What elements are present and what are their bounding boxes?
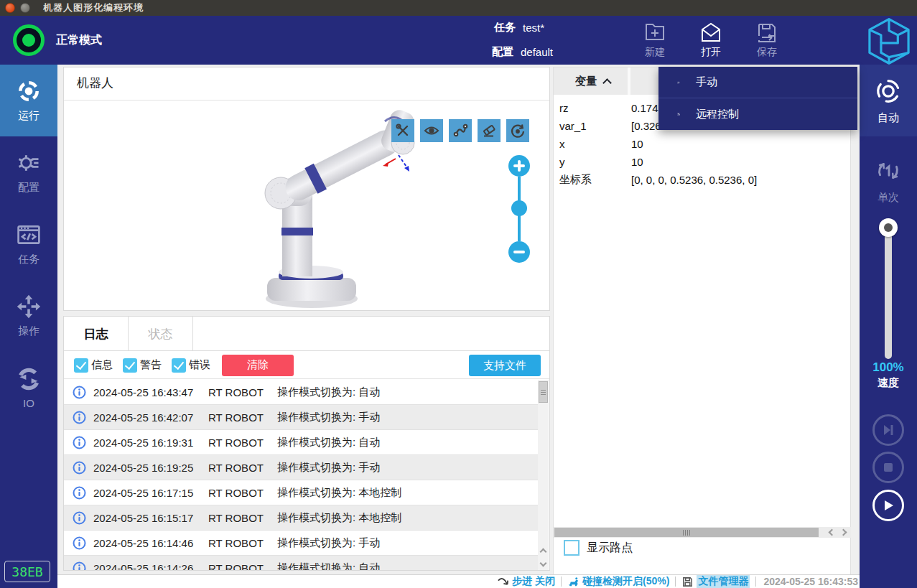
scroll-right-icon[interactable] — [838, 527, 851, 538]
scroll-up-icon[interactable] — [538, 543, 549, 557]
header-action-保存[interactable]: 保存 — [744, 17, 790, 63]
remote-control-icon — [658, 103, 680, 125]
variable-row[interactable]: 坐标系[0, 0, 0, 0.5236, 0.5236, 0] — [554, 171, 850, 189]
log-message: 操作模式切换为: 手动 — [277, 461, 380, 475]
log-row[interactable]: 2024-05-25 16:42:07RT ROBOT操作模式切换为: 手动 — [64, 405, 538, 430]
variable-value: [0.326 — [631, 120, 661, 132]
filter-label: 信息 — [91, 358, 113, 372]
log-source: RT ROBOT — [208, 487, 274, 499]
config-field[interactable]: 配置 default — [492, 45, 553, 59]
view-tool-rotate[interactable] — [506, 119, 529, 142]
single-cycle-button[interactable]: 单次 — [860, 148, 917, 213]
menu-item-label: 手动 — [696, 75, 717, 89]
log-source: RT ROBOT — [208, 512, 274, 524]
show-waypoints-label: 显示路点 — [587, 541, 633, 556]
log-scrollbar[interactable] — [538, 380, 549, 543]
tab-状态[interactable]: 状态 — [129, 317, 193, 351]
log-row[interactable]: 2024-05-25 16:43:47RT ROBOT操作模式切换为: 自动 — [64, 380, 538, 405]
view-tool-path[interactable] — [449, 119, 472, 142]
log-message: 操作模式切换为: 自动 — [277, 386, 380, 399]
speed-slider-handle[interactable] — [879, 218, 898, 237]
sidebar-item-配置[interactable]: 配置 — [0, 136, 57, 208]
variable-row[interactable]: x10 — [554, 135, 850, 153]
variables-hscrollbar[interactable] — [554, 527, 850, 538]
view-zoom-slider-handle[interactable] — [511, 200, 527, 216]
filter-checkbox-警告[interactable] — [123, 358, 137, 373]
zoom-in-button[interactable] — [508, 155, 530, 177]
info-icon — [73, 486, 86, 500]
show-waypoints-checkbox[interactable] — [564, 540, 579, 556]
skip-icon — [881, 423, 895, 437]
play-button[interactable] — [872, 490, 904, 521]
scroll-down-icon[interactable] — [538, 557, 549, 571]
tab-日志[interactable]: 日志 — [64, 317, 129, 351]
variable-name: rz — [559, 102, 631, 114]
stop-icon — [881, 460, 895, 475]
run-icon — [16, 78, 42, 104]
speed-slider-track[interactable] — [885, 224, 892, 359]
settings-gear-icon — [16, 150, 42, 176]
skip-button[interactable] — [872, 414, 904, 446]
support-files-button[interactable]: 支持文件 — [469, 355, 541, 376]
menu-item-手动[interactable]: 手动 — [658, 67, 857, 98]
stop-button[interactable] — [872, 452, 904, 483]
speed-value: 100% — [860, 360, 917, 375]
log-source: RT ROBOT — [208, 386, 274, 398]
zoom-out-button[interactable] — [508, 241, 530, 263]
log-time: 2024-05-25 16:43:47 — [93, 386, 208, 398]
close-icon[interactable] — [5, 3, 15, 13]
menu-item-远程控制[interactable]: 远程控制 — [658, 98, 857, 130]
auto-swirl-icon — [873, 76, 903, 106]
step-status[interactable]: 步进 关闭 — [497, 575, 555, 588]
status-timestamp: 2024-05-25 16:43:53 — [763, 576, 858, 587]
log-row[interactable]: 2024-05-25 16:14:26RT ROBOT操作模式切换为: 自动 — [64, 556, 538, 571]
filter-checkbox-错误[interactable] — [172, 358, 186, 373]
collision-status[interactable]: 碰撞检测开启(50%) — [567, 575, 669, 588]
sidebar-item-label: 运行 — [18, 109, 39, 123]
log-row[interactable]: 2024-05-25 16:17:15RT ROBOT操作模式切换为: 本地控制 — [64, 480, 538, 505]
variable-value: [0, 0, 0, 0.5236, 0.5236, 0] — [631, 174, 757, 186]
variable-name: 坐标系 — [559, 173, 631, 187]
save-icon — [756, 22, 778, 44]
log-scrollbar-thumb[interactable] — [539, 381, 548, 403]
log-time: 2024-05-25 16:19:25 — [93, 462, 208, 474]
auto-mode-button[interactable]: 自动 — [860, 65, 917, 136]
play-icon — [881, 498, 895, 513]
view-tool-tools[interactable] — [391, 119, 414, 142]
log-list: 2024-05-25 16:43:47RT ROBOT操作模式切换为: 自动20… — [64, 380, 538, 571]
info-icon — [73, 461, 86, 475]
variable-row[interactable]: y10 — [554, 153, 850, 171]
sidebar-item-IO[interactable]: IO — [0, 352, 57, 424]
sidebar-item-任务[interactable]: 任务 — [0, 208, 57, 280]
step-icon — [497, 576, 509, 588]
app-header: 正常模式 任务 test* 配置 default 新建打开保存 — [0, 16, 917, 65]
variables-title: 变量 — [575, 75, 597, 88]
sidebar-item-label: 配置 — [18, 181, 39, 195]
sidebar-item-操作[interactable]: 操作 — [0, 280, 57, 352]
view-tool-eraser[interactable] — [478, 119, 501, 142]
variable-value: 10 — [631, 156, 643, 168]
header-action-label: 打开 — [701, 46, 721, 59]
log-message: 操作模式切换为: 自动 — [277, 561, 380, 571]
mode-status-label: 正常模式 — [56, 16, 102, 65]
sidebar-item-运行[interactable]: 运行 — [0, 65, 57, 136]
view-tool-eye[interactable] — [420, 119, 443, 142]
log-row[interactable]: 2024-05-25 16:15:17RT ROBOT操作模式切换为: 本地控制 — [64, 505, 538, 531]
header-action-新建[interactable]: 新建 — [632, 17, 678, 63]
task-label: 任务 — [494, 21, 516, 34]
task-code-icon — [16, 222, 42, 248]
single-cycle-label: 单次 — [878, 191, 899, 205]
log-row[interactable]: 2024-05-25 16:19:25RT ROBOT操作模式切换为: 手动 — [64, 455, 538, 480]
header-action-打开[interactable]: 打开 — [688, 17, 734, 63]
clear-log-button[interactable]: 清除 — [222, 355, 294, 376]
sidebar-item-label: 操作 — [18, 325, 39, 338]
filter-checkbox-信息[interactable] — [74, 358, 88, 373]
log-row[interactable]: 2024-05-25 16:19:31RT ROBOT操作模式切换为: 自动 — [64, 430, 538, 455]
file-manager-button[interactable]: 文件管理器 — [681, 575, 750, 588]
config-value: default — [521, 46, 553, 58]
task-field[interactable]: 任务 test* — [494, 21, 544, 34]
variables-hscrollbar-thumb[interactable] — [554, 528, 819, 537]
minimize-icon[interactable] — [20, 3, 30, 13]
log-row[interactable]: 2024-05-25 16:14:46RT ROBOT操作模式切换为: 手动 — [64, 531, 538, 556]
scroll-left-icon[interactable] — [824, 527, 837, 538]
